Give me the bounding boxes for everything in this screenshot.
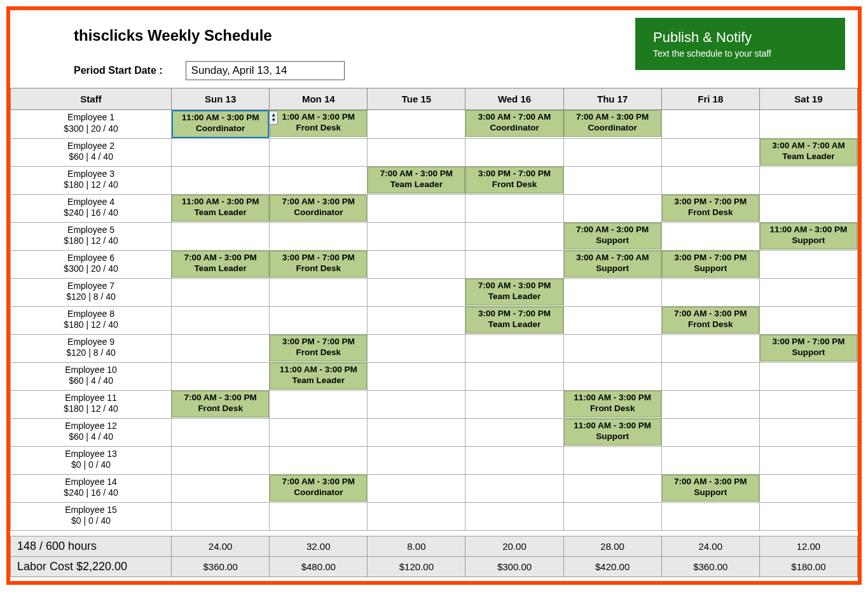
schedule-cell[interactable]: 7:00 AM - 3:00 PMTeam Leader [368, 166, 465, 194]
schedule-cell[interactable] [759, 110, 857, 139]
shift-block[interactable]: 3:00 AM - 7:00 AMTeam Leader [760, 139, 857, 165]
schedule-cell[interactable] [759, 446, 857, 474]
schedule-cell[interactable] [270, 446, 368, 474]
schedule-cell[interactable] [270, 222, 368, 250]
schedule-cell[interactable] [270, 278, 368, 306]
schedule-cell[interactable]: 11:00 AM - 3:00 PMTeam Leader [172, 194, 270, 222]
schedule-cell[interactable] [661, 446, 759, 474]
schedule-cell[interactable]: 3:00 AM - 7:00 AMCoordinator [465, 110, 563, 139]
shift-block[interactable]: 7:00 AM - 3:00 PMTeam Leader [465, 279, 563, 305]
shift-block[interactable]: 3:00 PM - 7:00 PMFront Desk [270, 335, 367, 361]
schedule-cell[interactable] [368, 110, 465, 139]
schedule-cell[interactable] [270, 306, 368, 334]
schedule-cell[interactable]: 7:00 AM - 3:00 PMSupport [563, 222, 661, 250]
schedule-cell[interactable]: 1:00 AM - 3:00 PMFront Desk [270, 110, 368, 139]
schedule-cell[interactable] [172, 362, 270, 390]
shift-block[interactable]: 3:00 PM - 7:00 PMTeam Leader [465, 307, 563, 333]
schedule-cell[interactable] [563, 446, 661, 474]
schedule-cell[interactable] [563, 502, 661, 530]
schedule-cell[interactable] [563, 362, 661, 390]
schedule-cell[interactable] [172, 138, 270, 166]
schedule-cell[interactable] [465, 194, 563, 222]
schedule-cell[interactable] [563, 334, 661, 362]
schedule-cell[interactable] [759, 362, 857, 390]
shift-block[interactable]: 7:00 AM - 3:00 PMTeam Leader [368, 167, 465, 193]
schedule-cell[interactable] [368, 138, 465, 166]
shift-block[interactable]: 3:00 PM - 7:00 PMFront Desk [270, 251, 367, 277]
shift-block[interactable]: 11:00 AM - 3:00 PMTeam Leader [172, 195, 269, 221]
schedule-cell[interactable] [563, 474, 661, 502]
schedule-cell[interactable] [465, 390, 563, 418]
shift-block[interactable]: 7:00 AM - 3:00 PMCoordinator [564, 110, 661, 137]
schedule-cell[interactable] [759, 194, 857, 222]
schedule-cell[interactable] [661, 390, 759, 418]
schedule-cell[interactable] [368, 446, 465, 474]
shift-block[interactable]: 7:00 AM - 3:00 PMTeam Leader [172, 251, 269, 277]
schedule-cell[interactable] [368, 222, 465, 250]
schedule-cell[interactable] [368, 362, 465, 390]
shift-block[interactable]: 1:00 AM - 3:00 PMFront Desk [270, 110, 367, 137]
schedule-cell[interactable] [759, 390, 857, 418]
stepper-icon[interactable]: ▲▼ [269, 111, 278, 125]
schedule-cell[interactable] [368, 502, 465, 530]
schedule-cell[interactable]: 3:00 PM - 7:00 PMTeam Leader [465, 306, 563, 334]
schedule-cell[interactable] [661, 278, 759, 306]
schedule-cell[interactable] [172, 222, 270, 250]
schedule-cell[interactable]: 7:00 AM - 3:00 PMSupport [661, 474, 759, 502]
schedule-cell[interactable] [759, 306, 857, 334]
schedule-cell[interactable] [661, 334, 759, 362]
schedule-cell[interactable] [759, 418, 857, 446]
schedule-cell[interactable] [368, 418, 465, 446]
schedule-cell[interactable] [465, 502, 563, 530]
schedule-cell[interactable] [661, 418, 759, 446]
schedule-cell[interactable] [270, 166, 368, 194]
schedule-cell[interactable] [368, 194, 465, 222]
shift-block[interactable]: 7:00 AM - 3:00 PMFront Desk [172, 391, 269, 417]
schedule-cell[interactable] [368, 474, 465, 502]
schedule-cell[interactable] [368, 278, 465, 306]
schedule-cell[interactable]: 7:00 AM - 3:00 PMCoordinator [270, 474, 368, 502]
schedule-cell[interactable] [270, 418, 368, 446]
period-start-date-input[interactable]: Sunday, April 13, 14 [186, 61, 345, 80]
schedule-cell[interactable] [563, 306, 661, 334]
schedule-cell[interactable] [465, 418, 563, 446]
schedule-cell[interactable] [270, 502, 368, 530]
schedule-cell[interactable] [759, 474, 857, 502]
schedule-cell[interactable] [172, 418, 270, 446]
schedule-cell[interactable]: 7:00 AM - 3:00 PMCoordinator [563, 110, 661, 139]
shift-block[interactable]: 3:00 PM - 7:00 PMSupport [662, 251, 759, 277]
shift-block[interactable]: 7:00 AM - 3:00 PMCoordinator [270, 195, 367, 221]
schedule-cell[interactable] [172, 334, 270, 362]
schedule-cell[interactable] [563, 278, 661, 306]
schedule-cell[interactable]: 3:00 AM - 7:00 AMSupport [563, 250, 661, 278]
schedule-cell[interactable] [661, 502, 759, 530]
schedule-cell[interactable] [368, 390, 465, 418]
schedule-cell[interactable] [465, 446, 563, 474]
schedule-cell[interactable]: 7:00 AM - 3:00 PMTeam Leader [172, 250, 270, 278]
schedule-cell[interactable] [661, 138, 759, 166]
shift-block[interactable]: 3:00 AM - 7:00 AMSupport [564, 251, 661, 277]
schedule-cell[interactable]: 3:00 PM - 7:00 PMFront Desk [465, 166, 563, 194]
shift-block[interactable]: 7:00 AM - 3:00 PMCoordinator [270, 475, 367, 501]
schedule-cell[interactable] [465, 474, 563, 502]
shift-block[interactable]: 7:00 AM - 3:00 PMSupport [662, 475, 759, 501]
schedule-cell[interactable]: 3:00 PM - 7:00 PMFront Desk [270, 250, 368, 278]
schedule-cell[interactable]: 11:00 AM - 3:00 PMFront Desk [563, 390, 661, 418]
schedule-cell[interactable] [759, 166, 857, 194]
schedule-cell[interactable] [661, 166, 759, 194]
schedule-cell[interactable] [661, 110, 759, 139]
shift-block[interactable]: 11:00 AM - 3:00 PMCoordinator▲▼ [172, 110, 269, 138]
schedule-cell[interactable] [759, 502, 857, 530]
schedule-cell[interactable] [661, 222, 759, 250]
schedule-cell[interactable]: 3:00 PM - 7:00 PMSupport [759, 334, 857, 362]
schedule-cell[interactable]: 3:00 PM - 7:00 PMFront Desk [661, 194, 759, 222]
schedule-cell[interactable] [465, 222, 563, 250]
schedule-cell[interactable]: 3:00 PM - 7:00 PMSupport [661, 250, 759, 278]
schedule-cell[interactable] [563, 166, 661, 194]
schedule-cell[interactable]: 11:00 AM - 3:00 PMSupport [759, 222, 857, 250]
schedule-cell[interactable] [759, 278, 857, 306]
schedule-cell[interactable] [270, 138, 368, 166]
schedule-cell[interactable] [759, 250, 857, 278]
schedule-cell[interactable]: 7:00 AM - 3:00 PMCoordinator [270, 194, 368, 222]
schedule-cell[interactable] [563, 194, 661, 222]
